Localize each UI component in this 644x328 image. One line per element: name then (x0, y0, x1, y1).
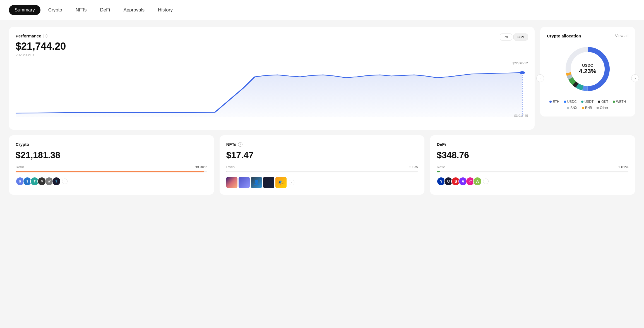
crypto-card-label: Crypto (16, 142, 29, 147)
view-all-btn[interactable]: View all (615, 34, 628, 38)
nft-thumb-1 (226, 177, 237, 188)
crypto-progress-fill (16, 171, 204, 172)
bottom-section: Crypto $21,181.38 Ratio 98.30% Ξ $ T ✕ W… (9, 135, 635, 195)
main-content: Performance i $21,744.20 2023/03/19 7d 3… (0, 20, 644, 201)
legend-bnb-dot (582, 107, 584, 109)
legend-snx-label: SNX (570, 106, 577, 110)
crypto-ratio-row: Ratio 98.30% (16, 165, 207, 169)
crypto-ratio-label: Ratio (16, 165, 24, 169)
crypto-card-amount: $21,181.38 (16, 150, 207, 160)
nft-thumb-5: 🎭 (275, 177, 287, 188)
nft-thumb-3: 👤 (251, 177, 262, 188)
legend-eth-label: ETH (553, 100, 559, 104)
legend-bnb: BNB (582, 106, 592, 110)
legend-other-label: Other (600, 106, 608, 110)
legend-weth: WETH (613, 100, 626, 104)
nav-history[interactable]: History (152, 5, 178, 15)
nav-defi[interactable]: DeFi (94, 5, 116, 15)
chart-label-high: $22,065.92 (513, 61, 528, 65)
carousel-left-btn[interactable]: ‹ (536, 74, 544, 82)
defi-card-amount: $348.76 (437, 150, 628, 160)
legend-usdt: USDT (581, 100, 594, 104)
nav-bar: Summary Crypto NFTs DeFi Approvals Histo… (0, 0, 644, 20)
top-section: Performance i $21,744.20 2023/03/19 7d 3… (9, 27, 635, 130)
legend-okt: OKT (598, 100, 608, 104)
donut-coin-label: USDC (579, 63, 596, 68)
legend-eth-dot (549, 101, 552, 103)
performance-card: Performance i $21,744.20 2023/03/19 7d 3… (9, 27, 535, 130)
nft-thumb-2 (239, 177, 250, 188)
crypto-progress-bar (16, 171, 207, 172)
crypto-summary-card: Crypto $21,181.38 Ratio 98.30% Ξ $ T ✕ W… (9, 135, 214, 195)
defi-ratio-label: Ratio (437, 165, 445, 169)
legend-usdc: USDC (564, 100, 577, 104)
legend-weth-label: WETH (616, 100, 626, 104)
crypto-chevron-right[interactable]: › (62, 179, 68, 184)
defi-token-6: A (473, 177, 482, 186)
nft-thumbnails: 👤 🎭 › (226, 177, 418, 188)
nfts-info-icon[interactable]: i (238, 142, 242, 147)
crypto-token-icons: Ξ $ T ✕ W S › (16, 177, 207, 186)
time-btn-30d[interactable]: 30d (513, 34, 528, 41)
crypto-ratio-value: 98.30% (195, 165, 207, 169)
performance-title: Performance i (16, 34, 528, 38)
nfts-ratio-label: Ratio (226, 165, 235, 169)
legend-weth-dot (613, 101, 615, 103)
chart-container: $22,065.92 (16, 61, 528, 123)
legend-snx-dot (567, 107, 569, 109)
nfts-progress-fill (226, 171, 227, 172)
legend: ETH USDC USDT OKT (547, 100, 628, 110)
defi-card-label: DeFi (437, 142, 446, 147)
nfts-ratio-value: 0.08% (407, 165, 418, 169)
nav-summary[interactable]: Summary (9, 5, 40, 15)
defi-progress-fill (437, 171, 440, 172)
legend-bnb-label: BNB (585, 106, 592, 110)
legend-usdc-dot (564, 101, 566, 103)
token-snx: S (52, 177, 61, 186)
defi-card-title: DeFi (437, 142, 628, 147)
defi-summary-card: DeFi $348.76 Ratio 1.61% Y ⬡ S V ♡ A › (430, 135, 635, 195)
performance-amount: $21,744.20 (16, 41, 528, 52)
donut-center: USDC 4.23% (579, 63, 596, 75)
legend-okt-label: OKT (601, 100, 608, 104)
legend-usdt-label: USDT (585, 100, 594, 104)
nfts-card-amount: $17.47 (226, 150, 418, 160)
legend-other: Other (597, 106, 608, 110)
nfts-progress-bar (226, 171, 418, 172)
legend-eth: ETH (549, 100, 559, 104)
performance-date: 2023/03/19 (16, 53, 528, 57)
allocation-section: ‹ Crypto allocation View all (540, 27, 635, 130)
donut-container: USDC 4.23% (547, 44, 628, 94)
defi-token-icons: Y ⬡ S V ♡ A › (437, 177, 628, 186)
legend-usdc-label: USDC (567, 100, 577, 104)
allocation-card: Crypto allocation View all (540, 27, 635, 117)
defi-ratio-value: 1.61% (618, 165, 628, 169)
nav-nfts[interactable]: NFTs (70, 5, 92, 15)
chart-label-low: $3,017.45 (514, 114, 528, 117)
performance-chart (16, 61, 528, 117)
nav-approvals[interactable]: Approvals (118, 5, 150, 15)
legend-usdt-dot (581, 101, 583, 103)
nfts-chevron-right[interactable]: › (289, 180, 294, 185)
nfts-ratio-row: Ratio 0.08% (226, 165, 418, 169)
legend-okt-dot (598, 101, 600, 103)
legend-snx: SNX (567, 106, 577, 110)
carousel-right-btn[interactable]: › (631, 74, 639, 82)
time-btn-7d[interactable]: 7d (500, 34, 512, 41)
nfts-card-title: NFTs i (226, 142, 418, 147)
nfts-summary-card: NFTs i $17.47 Ratio 0.08% 👤 🎭 › (220, 135, 425, 195)
nft-thumb-4 (263, 177, 274, 188)
legend-other-dot (597, 107, 599, 109)
defi-chevron-right[interactable]: › (483, 179, 489, 184)
performance-info-icon[interactable]: i (43, 34, 47, 38)
defi-ratio-row: Ratio 1.61% (437, 165, 628, 169)
donut-pct-label: 4.23% (579, 68, 596, 75)
nfts-card-label: NFTs (226, 142, 236, 147)
performance-label: Performance (16, 34, 41, 38)
defi-progress-bar (437, 171, 628, 172)
nav-crypto[interactable]: Crypto (43, 5, 68, 15)
time-buttons: 7d 30d (500, 34, 528, 41)
crypto-card-title: Crypto (16, 142, 207, 147)
